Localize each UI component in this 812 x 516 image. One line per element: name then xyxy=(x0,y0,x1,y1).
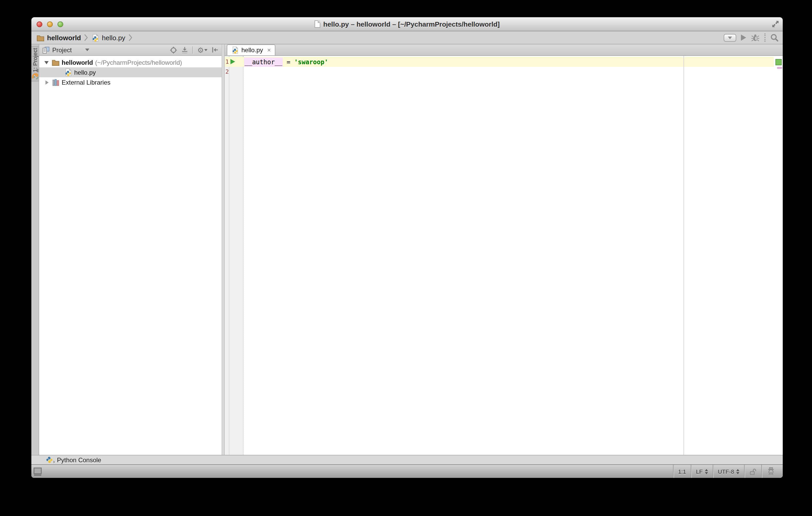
minimize-window-button[interactable] xyxy=(47,22,53,27)
editor-tab-label: hello.py xyxy=(241,47,263,54)
highlight-stripe-mark[interactable] xyxy=(777,67,782,69)
collapse-all-icon[interactable] xyxy=(181,46,188,54)
chevron-down-icon[interactable] xyxy=(85,49,90,51)
project-viewmode-icon xyxy=(42,46,50,54)
breadcrumb-file[interactable]: hello.py xyxy=(91,34,125,41)
left-tool-stripe: 1: Project xyxy=(31,44,39,455)
unlock-icon xyxy=(749,468,757,475)
right-margin-guide xyxy=(684,56,684,455)
caret-position-widget[interactable]: 1:1 xyxy=(673,465,691,478)
hector-inspector-icon xyxy=(766,467,776,476)
tree-item-name: helloworld xyxy=(62,59,93,66)
status-bar: 1:1 LF UTF-8 xyxy=(31,464,783,478)
close-window-button[interactable] xyxy=(36,22,42,27)
project-panel-title[interactable]: Project xyxy=(52,46,72,54)
tree-row-file-selected[interactable]: hello.py xyxy=(39,67,222,77)
panel-splitter[interactable] xyxy=(222,44,225,455)
chevron-right-icon xyxy=(128,34,133,41)
code-operator: = xyxy=(283,58,294,65)
console-arrow-glyph: › xyxy=(53,459,55,464)
project-panel-header: Project xyxy=(39,44,222,56)
gear-icon: ⚙ xyxy=(197,46,204,54)
code-line-1: 1 __author__ = 'swaroop' xyxy=(225,57,774,67)
updown-arrows-icon xyxy=(705,469,708,474)
editor-tab-bar: hello.py × xyxy=(225,44,783,56)
zoom-window-button[interactable] xyxy=(57,22,63,27)
disclosure-open-icon[interactable] xyxy=(45,61,49,64)
document-proxy-icon xyxy=(314,20,320,28)
python-console-icon: › xyxy=(46,456,54,463)
tree-item-path: (~/PycharmProjects/helloworld) xyxy=(95,59,182,66)
project-tool-window: Project xyxy=(39,44,222,455)
line-number: 2 xyxy=(225,68,229,75)
chevron-down-icon xyxy=(204,49,207,51)
debug-icon[interactable] xyxy=(751,34,760,41)
editor-area: hello.py × 1 __author__ = 'swaroop' xyxy=(225,44,783,455)
line-number: 1 xyxy=(225,59,229,65)
titlebar[interactable]: hello.py – helloworld – [~/PycharmProjec… xyxy=(31,17,783,31)
breadcrumb-project[interactable]: helloworld xyxy=(36,34,81,41)
project-toolwindow-icon xyxy=(32,73,39,80)
project-tree: helloworld (~/PycharmProjects/helloworld… xyxy=(39,56,222,455)
run-button[interactable] xyxy=(741,34,746,41)
toolbar-separator xyxy=(764,33,765,42)
fullscreen-icon[interactable] xyxy=(772,20,779,28)
tree-row-external-libraries[interactable]: External Libraries xyxy=(39,77,222,87)
readonly-lock-widget[interactable] xyxy=(744,465,761,478)
chevron-right-icon xyxy=(84,34,88,41)
settings-gear-button[interactable]: ⚙ xyxy=(197,46,207,54)
breadcrumb-label: hello.py xyxy=(102,34,125,41)
screen: hello.py – helloworld – [~/PycharmProjec… xyxy=(0,0,812,516)
bottom-tool-bar: › Python Console xyxy=(31,455,783,464)
code-identifier: __author__ xyxy=(244,57,283,67)
run-line-marker-icon[interactable] xyxy=(230,59,235,64)
hide-panel-icon[interactable] xyxy=(212,47,219,53)
navigation-bar: helloworld hello.py xyxy=(31,31,783,44)
search-icon[interactable] xyxy=(770,33,779,42)
python-file-icon xyxy=(64,68,72,76)
close-icon[interactable]: × xyxy=(267,47,271,54)
window-title: hello.py – helloworld – [~/PycharmProjec… xyxy=(323,20,499,28)
folder-icon xyxy=(36,34,45,41)
code-string: 'swaroop' xyxy=(294,58,328,65)
code-text: __author__ = 'swaroop' xyxy=(244,58,774,65)
breadcrumb-label: helloworld xyxy=(47,34,81,41)
inspection-stripe xyxy=(774,56,783,455)
encoding-widget[interactable]: UTF-8 xyxy=(713,465,744,478)
toolwindow-toggle-icon[interactable] xyxy=(33,467,42,476)
updown-arrows-icon xyxy=(736,469,740,474)
folder-icon xyxy=(52,59,60,66)
code-line-2: 2 xyxy=(225,67,774,77)
inspection-status-icon[interactable] xyxy=(776,59,782,65)
library-icon xyxy=(52,79,60,86)
toolbar-separator xyxy=(193,46,193,54)
tool-stripe-tab-project[interactable]: 1: Project xyxy=(31,46,39,82)
tree-item-name: hello.py xyxy=(74,69,96,76)
gutter-annotation xyxy=(229,67,244,77)
python-file-icon xyxy=(231,47,239,54)
pycharm-window: hello.py – helloworld – [~/PycharmProjec… xyxy=(31,17,783,478)
python-console-button[interactable]: Python Console xyxy=(57,456,101,463)
run-configuration-dropdown[interactable] xyxy=(724,34,736,41)
tree-item-name: External Libraries xyxy=(62,79,111,86)
chevron-down-icon xyxy=(728,36,732,39)
locate-icon[interactable] xyxy=(170,46,177,54)
inspection-profile-widget[interactable] xyxy=(761,465,780,478)
editor-gutter xyxy=(225,56,243,455)
editor-tab-hello-py[interactable]: hello.py × xyxy=(227,44,276,55)
traffic-lights xyxy=(36,22,63,27)
python-file-icon xyxy=(91,34,99,41)
code-editor[interactable]: 1 __author__ = 'swaroop' 2 xyxy=(225,56,783,455)
tool-stripe-tab-label: 1: Project xyxy=(32,48,38,72)
gutter-annotation xyxy=(229,57,244,67)
disclosure-closed-icon[interactable] xyxy=(46,80,49,84)
line-ending-widget[interactable]: LF xyxy=(691,465,713,478)
tree-row-root[interactable]: helloworld (~/PycharmProjects/helloworld… xyxy=(39,57,222,67)
main-area: 1: Project Project xyxy=(31,44,783,455)
